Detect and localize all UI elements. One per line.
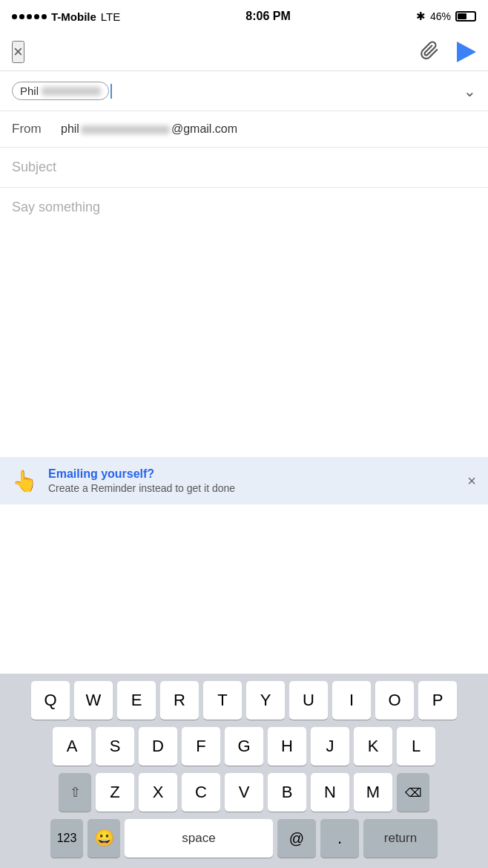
from-label: From xyxy=(12,122,49,137)
key-e[interactable]: E xyxy=(117,681,156,720)
signal-dot-1 xyxy=(12,14,17,19)
from-row: From phil@gmail.com xyxy=(0,111,488,148)
signal-dot-5 xyxy=(42,14,47,19)
key-w[interactable]: W xyxy=(74,681,113,720)
key-l[interactable]: L xyxy=(397,727,435,766)
key-g[interactable]: G xyxy=(225,727,263,766)
body-placeholder: Say something xyxy=(12,200,100,214)
key-q[interactable]: Q xyxy=(31,681,70,720)
toolbar-actions xyxy=(420,41,476,63)
period-key[interactable]: . xyxy=(320,819,359,858)
from-email-prefix: phil xyxy=(61,122,79,135)
signal-dot-4 xyxy=(34,14,39,19)
recipient-email-blur xyxy=(42,87,101,96)
at-key[interactable]: @ xyxy=(277,819,316,858)
return-key[interactable]: return xyxy=(363,819,438,858)
key-i[interactable]: I xyxy=(332,681,371,720)
key-a[interactable]: A xyxy=(53,727,91,766)
suggestion-subtitle: Create a Reminder instead to get it done xyxy=(48,482,460,494)
suggestion-banner: 👆 Emailing yourself? Create a Reminder i… xyxy=(0,457,488,504)
signal-dot-3 xyxy=(27,14,32,19)
text-cursor xyxy=(111,84,112,99)
close-button[interactable]: × xyxy=(12,41,24,63)
keyboard-row-2: A S D F G H J K L xyxy=(0,727,488,766)
key-m[interactable]: M xyxy=(354,773,392,812)
key-f[interactable]: F xyxy=(182,727,220,766)
attach-icon[interactable] xyxy=(420,41,439,63)
suggestion-title: Emailing yourself? xyxy=(48,467,460,481)
shift-key[interactable]: ⇧ xyxy=(59,773,91,812)
suggestion-text: Emailing yourself? Create a Reminder ins… xyxy=(48,467,460,494)
compose-toolbar: × xyxy=(0,33,488,71)
carrier-name: T-Mobile xyxy=(51,10,96,23)
to-chip: Phil xyxy=(12,82,109,100)
from-email-blur xyxy=(81,125,170,134)
key-r[interactable]: R xyxy=(160,681,199,720)
bluetooth-icon: ✱ xyxy=(416,10,426,23)
key-p[interactable]: P xyxy=(418,681,457,720)
suggestion-icon: 👆 xyxy=(12,469,38,493)
body-area[interactable]: Say something xyxy=(0,188,488,227)
key-j[interactable]: J xyxy=(311,727,349,766)
key-s[interactable]: S xyxy=(96,727,134,766)
key-u[interactable]: U xyxy=(289,681,328,720)
key-n[interactable]: N xyxy=(311,773,349,812)
battery-icon xyxy=(455,11,476,22)
key-c[interactable]: C xyxy=(182,773,220,812)
signal-dot-2 xyxy=(19,14,24,19)
keyboard: Q W E R T Y U I O P A S D F G H J K L ⇧ … xyxy=(0,674,488,868)
key-x[interactable]: X xyxy=(139,773,177,812)
from-email-suffix: @gmail.com xyxy=(171,122,237,135)
from-email: phil@gmail.com xyxy=(61,122,237,136)
space-key[interactable]: space xyxy=(125,819,273,858)
key-o[interactable]: O xyxy=(375,681,414,720)
battery-percent: 46% xyxy=(430,10,451,22)
key-h[interactable]: H xyxy=(268,727,306,766)
keyboard-row-4: 123 😀 space @ . return xyxy=(0,819,488,858)
key-z[interactable]: Z xyxy=(96,773,134,812)
send-icon[interactable] xyxy=(457,42,476,62)
delete-icon: ⌫ xyxy=(405,786,422,800)
battery-fill xyxy=(458,13,466,19)
emoji-key[interactable]: 😀 xyxy=(88,819,120,858)
network-type: LTE xyxy=(101,10,120,23)
keyboard-row-1: Q W E R T Y U I O P xyxy=(0,681,488,720)
key-d[interactable]: D xyxy=(139,727,177,766)
status-time: 8:06 PM xyxy=(245,10,290,23)
suggestion-close-button[interactable]: × xyxy=(467,473,476,490)
key-v[interactable]: V xyxy=(225,773,263,812)
expand-chevron[interactable]: ⌄ xyxy=(464,82,476,100)
subject-row[interactable]: Subject xyxy=(0,148,488,188)
key-b[interactable]: B xyxy=(268,773,306,812)
key-k[interactable]: K xyxy=(354,727,392,766)
recipient-name: Phil xyxy=(20,85,39,97)
battery-body xyxy=(455,11,476,22)
to-row[interactable]: Phil ⌄ xyxy=(0,71,488,111)
numbers-key[interactable]: 123 xyxy=(50,819,83,858)
shift-arrow-icon: ⇧ xyxy=(70,784,81,800)
key-t[interactable]: T xyxy=(203,681,242,720)
delete-key[interactable]: ⌫ xyxy=(397,773,429,812)
key-y[interactable]: Y xyxy=(246,681,285,720)
status-right: ✱ 46% xyxy=(416,10,476,23)
status-bar: T-Mobile LTE 8:06 PM ✱ 46% xyxy=(0,0,488,33)
subject-placeholder: Subject xyxy=(12,160,56,174)
status-left: T-Mobile LTE xyxy=(12,10,120,23)
signal-dots xyxy=(12,14,47,19)
keyboard-row-3: ⇧ Z X C V B N M ⌫ xyxy=(0,773,488,812)
